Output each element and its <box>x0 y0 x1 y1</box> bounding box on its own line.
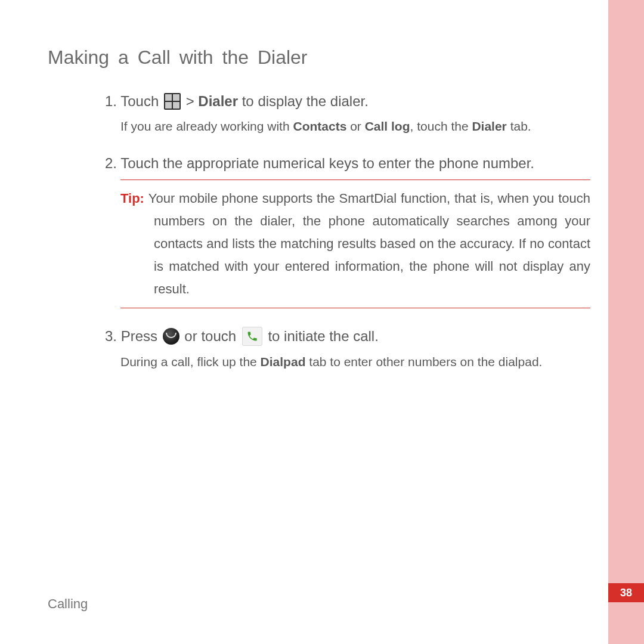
step-number: 2. <box>105 155 117 171</box>
text: , touch the <box>410 119 472 133</box>
step-2: 2. Touch the appropriate numerical keys … <box>120 153 596 174</box>
text: or <box>346 119 364 133</box>
step-3: 3. Press or touch to initiate the call. <box>120 326 596 347</box>
thumb-index-bar: 38 <box>608 0 644 644</box>
step-1: 1. Touch > Dialer to display the dialer. <box>120 91 596 112</box>
dialer-tab-label: Dialer <box>472 119 506 133</box>
text: or touch <box>181 328 240 344</box>
step-3-subtext: During a call, flick up the Dialpad tab … <box>120 353 596 371</box>
text: to initiate the call. <box>264 328 379 344</box>
tip-block: Tip: Your mobile phone supports the Smar… <box>120 179 590 308</box>
dialpad-label: Dialpad <box>261 355 306 369</box>
text: Press <box>121 328 162 344</box>
text: > <box>182 93 198 109</box>
section-heading: Making a Call with the Dialer <box>48 47 596 69</box>
page-number: 38 <box>608 583 644 602</box>
phone-icon <box>242 327 262 346</box>
call-button-icon <box>163 328 179 345</box>
step-1-subtext: If you are already working with Contacts… <box>120 117 596 135</box>
text: tab. <box>507 119 531 133</box>
text: to display the dialer. <box>238 93 369 109</box>
apps-grid-icon <box>164 93 181 110</box>
dialer-label: Dialer <box>198 93 238 109</box>
contacts-label: Contacts <box>293 119 346 133</box>
text: Touch <box>120 93 163 109</box>
step-number: 3. <box>105 328 117 344</box>
text: If you are already working with <box>120 119 293 133</box>
step-number: 1. <box>105 93 117 109</box>
text: tab to enter other numbers on the dialpa… <box>305 355 542 369</box>
call-log-label: Call log <box>365 119 410 133</box>
chapter-footer: Calling <box>48 596 88 612</box>
text: During a call, flick up the <box>120 355 261 369</box>
tip-text: Your mobile phone supports the SmartDial… <box>148 191 590 296</box>
tip-label: Tip: <box>120 191 148 206</box>
text: Touch the appropriate numerical keys to … <box>120 155 534 171</box>
page-content: Making a Call with the Dialer 1. Touch >… <box>48 47 596 389</box>
